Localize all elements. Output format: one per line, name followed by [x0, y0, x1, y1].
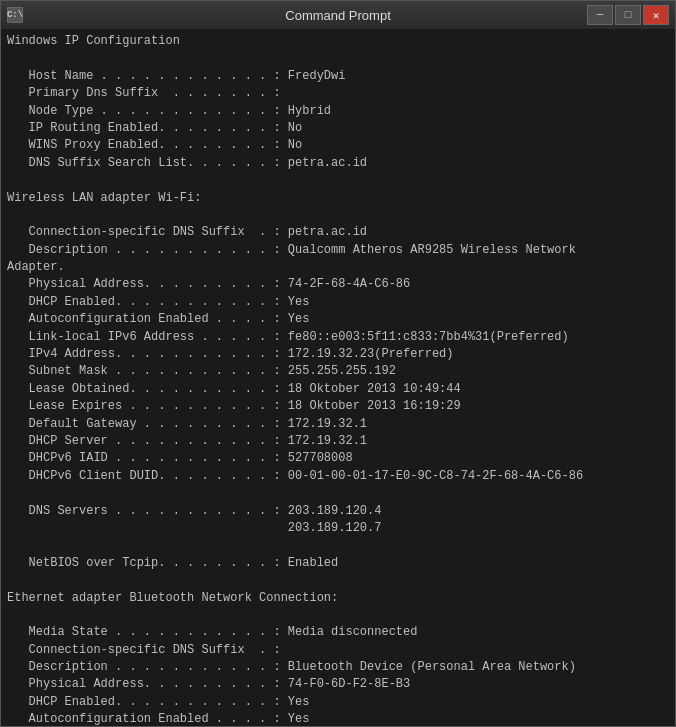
maximize-button[interactable]: □	[615, 5, 641, 25]
title-bar: C:\ Command Prompt ─ □ ✕	[1, 1, 675, 29]
window-title: Command Prompt	[285, 8, 390, 23]
cmd-icon: C:\	[7, 7, 23, 23]
console-output[interactable]: Windows IP Configuration Host Name . . .…	[1, 29, 675, 726]
cmd-window: C:\ Command Prompt ─ □ ✕ Windows IP Conf…	[0, 0, 676, 727]
title-buttons: ─ □ ✕	[587, 5, 669, 25]
title-bar-left: C:\	[7, 7, 23, 23]
minimize-button[interactable]: ─	[587, 5, 613, 25]
close-button[interactable]: ✕	[643, 5, 669, 25]
